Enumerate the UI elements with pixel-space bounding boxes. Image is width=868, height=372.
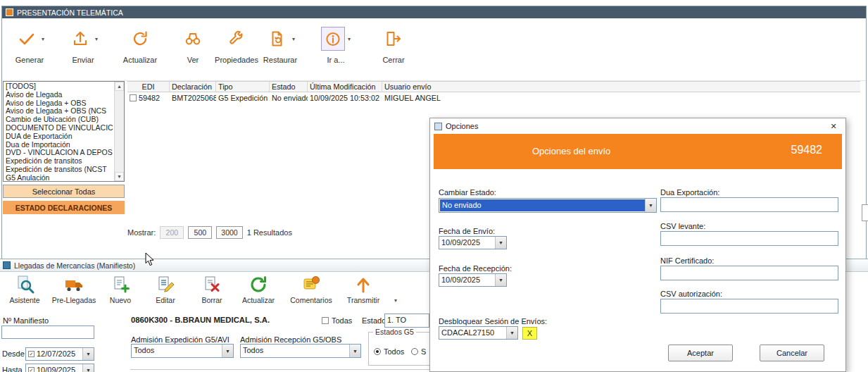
results-pager: Mostrar: 200 500 3000 1 Resultados <box>127 226 292 239</box>
dua-exportacion-input[interactable] <box>660 197 838 212</box>
estados-g5-s-radio-group[interactable]: S <box>411 347 426 356</box>
show-500-button[interactable]: 500 <box>188 226 212 239</box>
toolbar-label: Actualizar <box>123 56 157 64</box>
toolbar-button-editar[interactable]: Editar <box>149 274 182 304</box>
presentacion-titlebar[interactable]: PRESENTACIÓN TELEMÁTICA <box>2 6 866 18</box>
combo-arrow-icon[interactable]: ▼ <box>82 348 94 360</box>
type-list-item[interactable]: DVD - VINCULACION A DEPOS <box>4 149 114 157</box>
mouse-cursor <box>145 252 155 266</box>
toolbar-button-ir-a[interactable]: ▾ Ir a... <box>315 24 357 64</box>
show-3000-button[interactable]: 3000 <box>216 226 242 239</box>
column-header-modificacion[interactable]: Última Modificación <box>308 82 382 92</box>
admision-expedicion-combo[interactable]: Todos ▼ <box>131 344 234 358</box>
toolbar-button-restaurar[interactable]: ▾ Restaurar <box>257 24 303 64</box>
toolbar-button-nuevo[interactable]: Nuevo <box>104 274 137 304</box>
toolbar-button-asistente[interactable]: Asistente <box>4 274 45 304</box>
nif-certificado-label: NIF Certificado: <box>660 256 714 265</box>
toolbar-button-actualizar-manifest[interactable]: Actualizar <box>238 274 279 304</box>
manifiesto-input[interactable] <box>1 326 94 339</box>
toolbar-button-comentarios[interactable]: Comentarios <box>287 274 335 304</box>
show-200-button[interactable]: 200 <box>160 226 184 239</box>
close-icon[interactable]: ✕ <box>824 120 843 132</box>
toolbar-button-pre-llegadas[interactable]: Pre-Llegadas <box>49 274 99 304</box>
combo-arrow-icon[interactable]: ▼ <box>495 274 506 286</box>
nif-certificado-input[interactable] <box>660 266 838 280</box>
table-row[interactable]: 59482 BMT20250686 G5 Expedición No envia… <box>127 92 860 103</box>
column-header-edi[interactable]: EDI <box>127 82 170 92</box>
combo-arrow-icon[interactable]: ▼ <box>82 364 94 372</box>
chevron-down-icon[interactable]: ▾ <box>42 36 44 42</box>
type-list-item[interactable]: Expedición de transitos <box>4 157 114 166</box>
type-list-item[interactable]: DOCUMENTO DE VINCULACIC <box>4 124 114 132</box>
date-checkbox-icon[interactable]: ✓ <box>28 367 34 372</box>
desde-datepicker[interactable]: ✓ 12/07/2025 ▼ <box>25 347 94 361</box>
chevron-down-icon[interactable]: ▾ <box>95 36 98 42</box>
clear-session-button[interactable]: X <box>522 327 537 340</box>
combo-arrow-icon[interactable]: ▼ <box>645 199 656 212</box>
toolbar-button-propiedades[interactable]: Propiedades <box>210 24 263 64</box>
column-header-declaracion[interactable]: Declaración <box>170 82 216 92</box>
toolbar-button-cerrar[interactable]: Cerrar <box>374 24 413 64</box>
chevron-down-icon[interactable]: ▾ <box>348 36 351 42</box>
type-list-item[interactable]: DUA de Exportación <box>4 132 114 141</box>
fecha-envio-datepicker[interactable]: 10/09/2025 ▼ <box>439 236 507 249</box>
radio-s[interactable] <box>411 348 418 355</box>
combo-arrow-icon[interactable]: ▼ <box>349 345 360 357</box>
hasta-value: 10/09/2025 <box>34 364 82 372</box>
column-header-estado[interactable]: Estado <box>270 82 308 92</box>
select-all-button[interactable]: Seleccionar Todas <box>3 185 125 198</box>
fecha-envio-label: Fecha de Envío: <box>439 227 495 235</box>
scroll-up-icon[interactable]: ▲ <box>115 82 124 91</box>
desbloquear-combo[interactable]: CDACAL27150 ▼ <box>439 326 518 340</box>
estados-g5-todos-radio-group[interactable]: Todos <box>374 347 404 356</box>
chevron-down-icon[interactable]: ▾ <box>292 36 295 42</box>
type-list-item[interactable]: Dua de Importación <box>4 141 114 149</box>
toolbar-button-borrar[interactable]: Borrar <box>196 274 228 304</box>
csv-levante-input[interactable] <box>660 231 838 246</box>
estado-declaraciones-header: ESTADO DECLARACIONES <box>3 201 125 214</box>
toolbar-button-enviar[interactable]: ▾ Enviar <box>61 24 105 64</box>
column-header-tipo[interactable]: Tipo <box>216 82 270 92</box>
column-header-usuario[interactable]: Usuario envío <box>382 82 860 92</box>
type-list-item[interactable]: Aviso de Llegada + OBS <box>4 99 114 108</box>
toolbar-button-ver[interactable]: Ver <box>175 24 210 64</box>
chevron-down-icon[interactable]: ▾ <box>394 297 397 304</box>
fecha-recepcion-value: 10/09/2025 <box>439 274 495 286</box>
fecha-recepcion-datepicker[interactable]: 10/09/2025 ▼ <box>439 273 507 287</box>
dialog-titlebar[interactable]: Opciones <box>430 118 845 134</box>
type-list-item[interactable]: G5 Anulación <box>4 174 114 180</box>
cancelar-button[interactable]: Cancelar <box>760 345 824 361</box>
toolbar-button-generar[interactable]: ▾ Generar <box>6 24 53 64</box>
type-list-item[interactable]: Expedición de transitos (NCST <box>4 166 114 174</box>
estado-label: Estado <box>362 316 386 325</box>
cambiar-estado-combo[interactable]: No enviado ▼ <box>439 198 657 213</box>
csv-autorizacion-input[interactable] <box>660 299 838 314</box>
combo-arrow-icon[interactable]: ▼ <box>495 237 506 249</box>
hasta-label: Hasta <box>2 366 23 372</box>
scroll-down-icon[interactable]: ▼ <box>115 172 124 181</box>
estado-combo-value: 1. TO <box>385 314 429 327</box>
combo-arrow-icon[interactable]: ▼ <box>222 345 233 357</box>
radio-todos[interactable] <box>374 348 381 355</box>
toolbar-button-transmitir[interactable]: Transmitir <box>342 274 384 304</box>
admision-recepcion-combo[interactable]: Todos ▼ <box>240 344 361 358</box>
list-scrollbar[interactable]: ▲ ▼ <box>114 82 124 181</box>
date-checkbox-icon[interactable]: ✓ <box>28 351 34 357</box>
estado-combo[interactable]: 1. TO <box>384 314 429 328</box>
combo-arrow-icon[interactable]: ▼ <box>506 327 517 339</box>
dialog-title: Opciones <box>446 122 478 130</box>
send-upload-icon <box>68 27 92 51</box>
aceptar-button[interactable]: Aceptar <box>668 345 733 361</box>
row-checkbox[interactable] <box>130 94 137 101</box>
todas-checkbox-group[interactable]: Todas <box>322 316 352 325</box>
toolbar-button-actualizar[interactable]: Actualizar <box>116 24 164 64</box>
type-list-item[interactable]: [TODOS] <box>4 82 114 91</box>
type-list-item[interactable]: Aviso de Llegada <box>4 91 114 99</box>
type-list-item[interactable]: Cambio de Ubicación (CUB) <box>4 116 114 124</box>
todas-checkbox[interactable] <box>322 317 329 324</box>
llegadas-title: Llegadas de Mercancías (Manifiesto) <box>14 261 135 270</box>
exit-door-icon <box>382 27 405 51</box>
type-list-item[interactable]: Aviso de Llegada + OBS (NCS <box>4 107 114 116</box>
toolbar-label: Editar <box>156 296 175 304</box>
hasta-datepicker[interactable]: ✓ 10/09/2025 ▼ <box>25 364 94 372</box>
